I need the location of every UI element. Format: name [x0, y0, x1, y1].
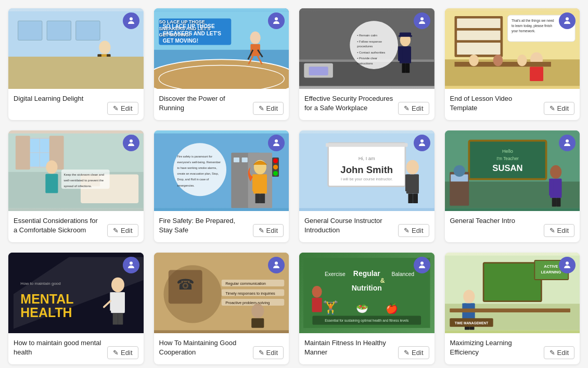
edit-label: Edit — [557, 104, 569, 112]
edit-label: Edit — [266, 104, 278, 112]
svg-point-83 — [130, 139, 133, 142]
svg-rect-5 — [23, 57, 52, 61]
avatar-badge — [414, 12, 430, 29]
avatar-badge — [559, 12, 576, 29]
svg-text:Proactive problem-solving: Proactive problem-solving — [225, 300, 270, 305]
edit-button[interactable]: ✎ Edit — [544, 346, 574, 359]
svg-rect-146 — [118, 313, 123, 324]
edit-label: Edit — [557, 349, 569, 357]
svg-text:to learn today, please finish: to learn today, please finish — [511, 24, 552, 28]
svg-point-66 — [517, 55, 527, 66]
avatar-badge — [414, 135, 430, 151]
svg-point-126 — [550, 165, 561, 179]
svg-rect-109 — [326, 143, 408, 147]
svg-point-175 — [420, 261, 424, 265]
avatar-badge — [559, 257, 576, 273]
edit-icon: ✎ — [549, 104, 555, 112]
card-title: End of Lesson Video Template — [450, 94, 544, 113]
edit-icon: ✎ — [259, 227, 264, 234]
edit-icon: ✎ — [404, 227, 410, 234]
svg-point-182 — [463, 290, 475, 303]
svg-point-64 — [469, 55, 479, 66]
svg-text:your homework.: your homework. — [511, 29, 535, 33]
svg-text:create an evacuation plan, Sto: create an evacuation plan, Stop, — [177, 172, 219, 175]
svg-point-119 — [420, 139, 424, 142]
course-card-8: Hello I'm Teacher SUSAN — [445, 130, 580, 242]
edit-button[interactable]: ✎ Edit — [107, 102, 138, 115]
svg-rect-129 — [557, 179, 561, 195]
card-body: Discover the Power of Running ✎ Edit — [154, 89, 289, 120]
svg-text:HEALTH: HEALTH — [20, 305, 72, 320]
svg-rect-45 — [402, 63, 405, 73]
edit-button[interactable]: ✎ Edit — [398, 102, 429, 115]
card-body: Essential Considerations for a Comfortab… — [8, 211, 144, 242]
course-card-7: Hi, I am John Smith I will be your cours… — [299, 130, 434, 242]
edit-button[interactable]: ✎ Edit — [544, 224, 574, 237]
edit-button[interactable]: ✎ Edit — [398, 346, 429, 359]
svg-text:Drop, and Roll in case of: Drop, and Roll in case of — [177, 178, 209, 181]
svg-rect-102 — [252, 174, 257, 191]
svg-text:everyone's well-being. Remembe: everyone's well-being. Remember — [177, 161, 221, 164]
course-grid: Digital Learning Delight ✎ Edit SO LACE … — [8, 8, 580, 364]
svg-point-148 — [130, 261, 133, 265]
svg-rect-88 — [241, 157, 247, 162]
edit-button[interactable]: ✎ Edit — [253, 224, 284, 237]
svg-rect-43 — [398, 46, 402, 61]
svg-rect-3 — [47, 21, 71, 40]
svg-point-49 — [420, 17, 424, 20]
card-thumbnail: SO LACE UP THOSE SNEAKERS AND LET'S GET … — [154, 8, 289, 89]
edit-button[interactable]: ✎ Edit — [398, 224, 429, 237]
card-title: Essential Considerations for a Comfortab… — [14, 216, 107, 235]
edit-label: Edit — [557, 227, 569, 234]
svg-text:Hi, I am: Hi, I am — [359, 156, 375, 161]
svg-text:🏋: 🏋 — [323, 300, 339, 316]
edit-icon: ✎ — [549, 349, 555, 357]
edit-label: Edit — [266, 227, 278, 234]
card-thumbnail: How to maintain good MENTAL HEALTH — [8, 253, 144, 333]
card-thumbnail: That's all the things we need to learn t… — [445, 8, 580, 89]
edit-icon: ✎ — [404, 104, 410, 112]
svg-text:• Provide clear: • Provide clear — [357, 57, 377, 60]
svg-point-173 — [312, 286, 322, 298]
edit-icon: ✎ — [549, 227, 555, 234]
card-title: Maintain Fitness In Healthy Manner — [304, 338, 398, 357]
edit-button[interactable]: ✎ Edit — [253, 346, 284, 359]
card-thumbnail: Regular Exercise & Balanced Nutrition 🏋 … — [299, 253, 434, 333]
card-body: Maintain Fitness In Healthy Manner ✎ Edi… — [299, 333, 434, 364]
svg-rect-145 — [113, 313, 118, 324]
avatar-badge — [123, 12, 139, 29]
svg-point-141 — [111, 278, 124, 293]
svg-text:ACTIVE: ACTIVE — [544, 264, 558, 269]
svg-rect-128 — [549, 179, 553, 195]
card-title: Digital Learning Delight — [14, 94, 107, 103]
svg-text:MENTAL: MENTAL — [20, 292, 73, 306]
edit-button[interactable]: ✎ Edit — [253, 102, 284, 115]
svg-rect-46 — [406, 63, 410, 73]
svg-point-91 — [273, 165, 277, 169]
svg-text:Timely responses to inquiries: Timely responses to inquiries — [225, 291, 275, 296]
edit-button[interactable]: ✎ Edit — [544, 102, 574, 115]
edit-button[interactable]: ✎ Edit — [107, 346, 138, 359]
card-thumbnail: Hi, I am John Smith I will be your cours… — [299, 130, 434, 211]
edit-label: Edit — [121, 227, 132, 234]
edit-button[interactable]: ✎ Edit — [107, 224, 138, 237]
svg-text:Hello: Hello — [502, 149, 513, 154]
course-card-10: ☎ Regular communication Timely responses… — [154, 253, 289, 364]
edit-label: Edit — [266, 349, 278, 357]
svg-text:Balanced: Balanced — [392, 271, 415, 277]
card-title: General Course Instructor Introduction — [304, 216, 398, 235]
svg-text:🥗: 🥗 — [356, 303, 368, 314]
svg-text:I'm Teacher: I'm Teacher — [496, 156, 519, 161]
svg-rect-118 — [413, 194, 418, 204]
svg-rect-12 — [105, 69, 108, 77]
svg-point-191 — [566, 261, 569, 265]
course-card-11: Regular Exercise & Balanced Nutrition 🏋 … — [299, 253, 434, 364]
svg-text:&: & — [380, 277, 385, 284]
card-title: Effective Security Procedures for a Safe… — [304, 94, 398, 113]
edit-label: Edit — [121, 349, 132, 357]
course-card-4: That's all the things we need to learn t… — [445, 8, 580, 120]
card-thumbnail: Keep the sickroom clean and well-ventila… — [8, 130, 144, 211]
svg-rect-4 — [76, 21, 100, 40]
card-body: How to maintain good mental health ✎ Edi… — [8, 333, 144, 364]
svg-rect-33 — [309, 67, 328, 75]
